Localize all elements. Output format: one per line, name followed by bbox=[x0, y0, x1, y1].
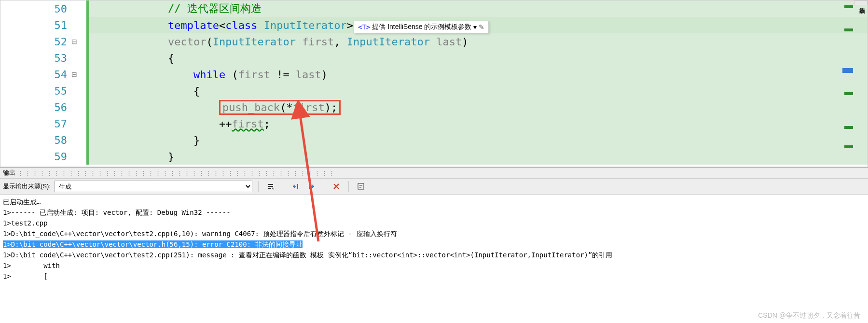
line-number: 53 bbox=[0, 50, 86, 66]
code-line[interactable]: { bbox=[86, 83, 868, 99]
svg-rect-3 bbox=[358, 183, 364, 189]
svg-rect-2 bbox=[309, 184, 310, 189]
output-panel: 输出 ⋮⋮⋮⋮⋮⋮⋮⋮⋮⋮⋮⋮⋮⋮⋮⋮⋮⋮⋮⋮⋮⋮⋮⋮⋮⋮⋮⋮⋮⋮⋮⋮⋮⋮⋮⋮⋮… bbox=[0, 167, 868, 291]
output-line[interactable]: 1>test2.cpp bbox=[3, 218, 865, 228]
output-source-label: 显示输出来源(S): bbox=[3, 182, 51, 191]
code-line[interactable]: push_back(*first); bbox=[86, 99, 868, 115]
code-line[interactable]: vector(InputIterator first, InputIterato… bbox=[86, 33, 868, 50]
side-panel-label[interactable]: 演练器 bbox=[854, 0, 868, 5]
code-line[interactable]: } bbox=[86, 148, 868, 165]
separator bbox=[258, 181, 259, 192]
next-message-button[interactable] bbox=[305, 181, 318, 192]
clear-all-button[interactable] bbox=[330, 181, 343, 192]
code-line[interactable]: ++first; bbox=[86, 115, 868, 132]
mini-map[interactable] bbox=[840, 0, 853, 160]
line-number: 54⊟ bbox=[0, 66, 86, 83]
grip-icon: ⋮⋮⋮⋮⋮⋮⋮⋮⋮⋮⋮⋮⋮⋮⋮⋮⋮⋮⋮⋮⋮⋮⋮⋮⋮⋮⋮⋮⋮⋮⋮⋮⋮⋮⋮⋮⋮⋮⋮⋮… bbox=[17, 169, 336, 177]
output-line[interactable]: 已启动生成… bbox=[3, 197, 865, 207]
separator bbox=[324, 181, 324, 192]
line-number: 56 bbox=[0, 99, 86, 115]
code-line[interactable]: while (first != last) bbox=[86, 66, 868, 83]
line-number: 58 bbox=[0, 132, 86, 148]
output-line[interactable]: 1> [ bbox=[3, 271, 865, 281]
output-line[interactable]: 1>D:\bit_code\C++\vector\vector\vector.h… bbox=[3, 239, 865, 250]
prev-message-button[interactable] bbox=[289, 181, 302, 192]
line-number: 52⊟ bbox=[0, 33, 86, 50]
code-line[interactable]: } bbox=[86, 132, 868, 148]
chevron-down-icon[interactable]: ▾ bbox=[473, 23, 477, 31]
template-tag: <T> bbox=[358, 23, 370, 31]
line-number-gutter: 505152⊟5354⊟5556575859 bbox=[0, 0, 86, 165]
code-editor[interactable]: 505152⊟5354⊟5556575859 // 迭代器区间构造 templa… bbox=[0, 0, 868, 167]
intellisense-hint[interactable]: <T> 提供 IntelliSense 的示例模板参数 ▾ ✎ bbox=[354, 21, 489, 33]
separator bbox=[348, 181, 349, 192]
code-line[interactable]: // 迭代器区间构造 bbox=[86, 0, 868, 17]
svg-rect-1 bbox=[297, 184, 298, 189]
separator bbox=[283, 181, 283, 192]
pencil-icon[interactable]: ✎ bbox=[479, 23, 484, 31]
toggle-wrap-button[interactable] bbox=[355, 181, 367, 192]
intellisense-text: 提供 IntelliSense 的示例模板参数 bbox=[372, 23, 471, 31]
output-title-bar[interactable]: 输出 ⋮⋮⋮⋮⋮⋮⋮⋮⋮⋮⋮⋮⋮⋮⋮⋮⋮⋮⋮⋮⋮⋮⋮⋮⋮⋮⋮⋮⋮⋮⋮⋮⋮⋮⋮⋮⋮… bbox=[0, 168, 868, 179]
output-title: 输出 bbox=[3, 169, 15, 177]
line-number: 57 bbox=[0, 115, 86, 132]
output-line[interactable]: 1> with bbox=[3, 260, 865, 271]
output-line[interactable]: 1>------ 已启动生成: 项目: vector, 配置: Debug Wi… bbox=[3, 207, 865, 218]
output-body[interactable]: 已启动生成…1>------ 已启动生成: 项目: vector, 配置: De… bbox=[0, 195, 868, 291]
line-number: 51 bbox=[0, 17, 86, 33]
output-toolbar: 显示输出来源(S): 生成 bbox=[0, 179, 868, 195]
output-source-select[interactable]: 生成 bbox=[55, 181, 252, 192]
code-line[interactable]: { bbox=[86, 50, 868, 66]
line-number: 50 bbox=[0, 0, 86, 17]
line-number: 59 bbox=[0, 148, 86, 165]
error-highlight-box: push_back(*first); bbox=[219, 100, 341, 115]
find-message-button[interactable] bbox=[264, 181, 277, 192]
line-number: 55 bbox=[0, 83, 86, 99]
watermark: CSDN @争不过朝夕，又念着往昔 bbox=[758, 311, 860, 320]
output-line[interactable]: 1>D:\bit_code\C++\vector\vector\test2.cp… bbox=[3, 228, 865, 239]
output-line[interactable]: 1>D:\bit_code\C++\vector\vector\test2.cp… bbox=[3, 250, 865, 260]
